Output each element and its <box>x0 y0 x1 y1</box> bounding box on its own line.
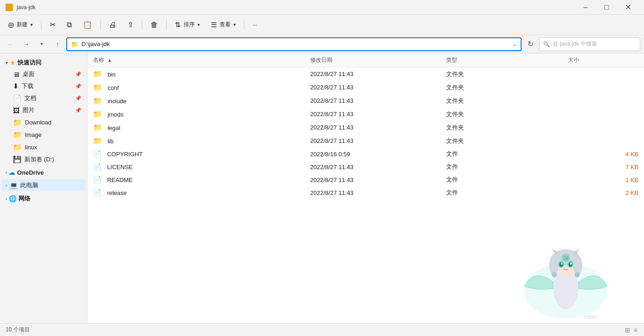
table-row[interactable]: 📁 bin 2022/8/27 11:43 文件夹 <box>87 67 644 81</box>
quick-access-arrow: ▾ <box>6 60 8 65</box>
cell-name: 📄 README <box>87 173 305 186</box>
sort-button[interactable]: ⇅ 排序 ▾ <box>170 17 204 33</box>
item-count: 10 个项目 <box>6 326 30 334</box>
address-bar[interactable]: 📁 D:\java-jdk ⌄ <box>66 37 522 51</box>
sidebar-item-desktop[interactable]: 🖥 桌面 📌 <box>2 68 85 80</box>
sidebar-item-document[interactable]: 📄 文档 📌 <box>2 92 85 104</box>
cell-type: 文件 <box>441 186 563 199</box>
col-header-size[interactable]: 大小 <box>563 53 644 67</box>
table-row[interactable]: 📁 jmods 2022/8/27 11:43 文件夹 <box>87 107 644 121</box>
col-header-type[interactable]: 类型 <box>441 53 563 67</box>
refresh-button[interactable]: ↻ <box>523 37 537 51</box>
onedrive-header[interactable]: › ☁ OneDrive <box>2 167 85 177</box>
sidebar-label-desktop: 桌面 <box>23 70 72 78</box>
cell-name: 📄 release <box>87 186 305 199</box>
folder-icon-linux: 📁 <box>13 143 22 152</box>
more-button[interactable]: ··· <box>248 17 262 33</box>
table-row[interactable]: 📁 lib 2022/8/27 11:43 文件夹 <box>87 134 644 147</box>
cut-button[interactable]: ✂ <box>45 17 60 33</box>
sidebar-label-picture: 图片 <box>23 106 72 114</box>
folder-icon: 📁 <box>93 137 102 145</box>
sidebar-label-document: 文档 <box>24 94 72 102</box>
cell-name: 📁 jmods <box>87 107 305 121</box>
sidebar-label-download: 下载 <box>22 82 72 90</box>
sidebar-item-picture[interactable]: 🖼 图片 📌 <box>2 104 85 116</box>
table-row[interactable]: 📄 COPYRIGHT 2022/8/16 0:59 文件 4 KB <box>87 147 644 160</box>
cell-size: 2 KB <box>563 186 644 199</box>
window-title: java-jdk <box>17 4 35 11</box>
sidebar-item-image-folder[interactable]: 📁 Image <box>2 129 85 141</box>
sidebar-item-linux-folder[interactable]: 📁 linux <box>2 141 85 153</box>
quick-access-star-icon: ★ <box>10 59 16 66</box>
cell-date: 2022/8/27 11:43 <box>305 160 441 173</box>
sidebar-item-drive[interactable]: 💾 新加卷 (D:) <box>2 153 85 165</box>
table-row[interactable]: 📁 include 2022/8/27 11:43 文件夹 <box>87 94 644 107</box>
cell-size <box>563 67 644 81</box>
file-name: conf <box>108 84 119 91</box>
view-button[interactable]: ☰ 查看 ▾ <box>206 17 240 33</box>
col-header-name[interactable]: 名称 ▲ <box>87 53 305 67</box>
maximize-button[interactable]: □ <box>596 0 617 15</box>
back-button[interactable]: ← <box>4 37 17 51</box>
table-row[interactable]: 📁 legal 2022/8/27 11:43 文件夹 <box>87 121 644 134</box>
cell-type: 文件夹 <box>441 94 563 107</box>
close-button[interactable]: ✕ <box>617 0 638 15</box>
new-icon: ⨁ <box>8 22 14 28</box>
separator2 <box>100 20 101 29</box>
forward-button[interactable]: → <box>19 37 33 51</box>
file-icon: 📄 <box>93 150 102 158</box>
share-icon: ⇧ <box>128 20 133 29</box>
sort-icon: ⇅ <box>175 21 181 29</box>
onedrive-arrow: › <box>6 170 7 175</box>
download-icon: ⬇ <box>13 82 19 90</box>
pin-icon-document: 📌 <box>75 95 81 101</box>
minimize-button[interactable]: – <box>575 0 596 15</box>
folder-icon: 📁 <box>93 97 102 105</box>
table-header-row: 名称 ▲ 修改日期 类型 大小 <box>87 53 644 67</box>
file-name: lib <box>108 138 114 145</box>
app-icon <box>6 4 13 11</box>
address-chevron-icon[interactable]: ⌄ <box>512 41 517 47</box>
table-row[interactable]: 📄 README 2022/8/27 11:43 文件 1 KB <box>87 173 644 186</box>
more-icon: ··· <box>253 22 257 28</box>
up-button[interactable]: ↑ <box>51 37 64 51</box>
paste-button[interactable]: 📋 <box>78 17 97 33</box>
sort-label: 排序 <box>184 21 195 29</box>
list-view-icon[interactable]: ≡ <box>633 325 638 335</box>
sidebar-item-download[interactable]: ⬇ 下载 📌 <box>2 80 85 92</box>
cell-size <box>563 134 644 147</box>
cell-size: 7 KB <box>563 160 644 173</box>
print-button[interactable]: 🖨 <box>104 17 121 33</box>
search-icon: 🔍 <box>543 41 550 47</box>
col-header-date[interactable]: 修改日期 <box>305 53 441 67</box>
sort-arrow-name: ▲ <box>107 58 112 63</box>
copy-icon: ⧉ <box>67 21 72 29</box>
cell-date: 2022/8/27 11:43 <box>305 134 441 147</box>
sort-chevron-icon: ▾ <box>197 22 200 27</box>
thispc-label: 此电脑 <box>20 181 81 189</box>
recent-button[interactable]: ▾ <box>35 37 49 51</box>
copy-button[interactable]: ⧉ <box>62 17 76 33</box>
table-row[interactable]: 📄 release 2022/8/27 11:43 文件 2 KB <box>87 186 644 199</box>
folder-icon: 📁 <box>93 124 102 131</box>
folder-icon-download: 📁 <box>13 118 22 127</box>
quick-access-header[interactable]: ▾ ★ 快速访问 <box>2 57 85 68</box>
grid-view-icon[interactable]: ⊞ <box>624 325 631 335</box>
pin-icon-download: 📌 <box>75 83 81 89</box>
sidebar-item-download-folder[interactable]: 📁 Download <box>2 116 85 129</box>
onedrive-icon: ☁ <box>9 169 15 176</box>
table-row[interactable]: 📁 conf 2022/8/27 11:43 文件夹 <box>87 81 644 94</box>
table-row[interactable]: 📄 LICENSE 2022/8/27 11:43 文件 7 KB <box>87 160 644 173</box>
address-folder-icon: 📁 <box>71 41 79 48</box>
view-toggle: ⊞ ≡ <box>624 325 638 335</box>
address-path: D:\java-jdk <box>81 41 510 47</box>
search-box[interactable]: 🔍 在 java-jdk 中搜索 <box>539 37 640 51</box>
picture-icon: 🖼 <box>13 106 20 114</box>
share-button[interactable]: ⇧ <box>123 17 138 33</box>
delete-button[interactable]: 🗑 <box>146 17 162 33</box>
file-table: 名称 ▲ 修改日期 类型 大小 📁 bin <box>87 53 644 199</box>
delete-icon: 🗑 <box>151 21 158 29</box>
thispc-header[interactable]: › 💻 此电脑 <box>2 179 85 191</box>
network-header[interactable]: › 🌐 网络 <box>2 193 85 204</box>
new-button[interactable]: ⨁ 新建 ▾ <box>4 17 37 33</box>
